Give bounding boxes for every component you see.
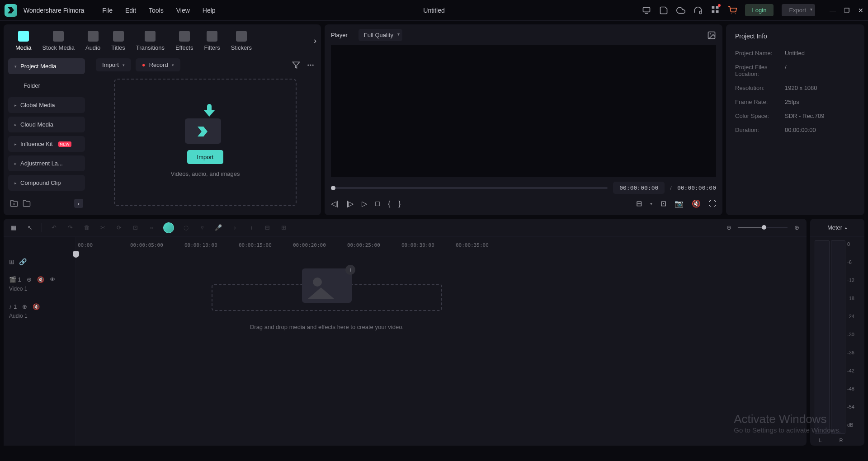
menu-tools[interactable]: Tools bbox=[149, 7, 164, 14]
next-frame-button[interactable]: |▷ bbox=[346, 199, 354, 208]
import-dropdown[interactable]: Import▾ bbox=[96, 58, 131, 71]
monitor-icon[interactable] bbox=[642, 6, 651, 15]
add-track-icon[interactable]: ⊞ bbox=[9, 258, 14, 265]
mic-icon[interactable]: 🎤 bbox=[214, 223, 223, 232]
sidebar-item-cloud-media[interactable]: ▸Cloud Media bbox=[8, 117, 85, 132]
sidebar-item-folder[interactable]: Folder bbox=[8, 78, 85, 94]
visibility-icon[interactable]: 👁 bbox=[50, 276, 56, 283]
cart-icon[interactable] bbox=[728, 6, 737, 15]
menu-view[interactable]: View bbox=[176, 7, 190, 14]
quality-dropdown[interactable]: Full Quality bbox=[359, 29, 402, 41]
volume-icon[interactable]: 🔇 bbox=[692, 199, 701, 208]
tab-filters[interactable]: Filters bbox=[198, 28, 225, 54]
apps-icon[interactable] bbox=[711, 5, 720, 15]
sidebar-item-project-media[interactable]: ▾Project Media bbox=[8, 58, 85, 74]
menu-edit[interactable]: Edit bbox=[125, 7, 136, 14]
tab-stickers[interactable]: Stickers bbox=[226, 28, 257, 54]
crop-button[interactable]: ⊡ bbox=[131, 223, 140, 232]
stop-button[interactable]: □ bbox=[375, 200, 380, 208]
more-tools-button[interactable]: » bbox=[147, 223, 156, 232]
svg-marker-10 bbox=[293, 62, 300, 68]
sidebar-item-label: Compound Clip bbox=[20, 179, 61, 186]
zoom-out-button[interactable]: ⊖ bbox=[724, 223, 733, 232]
playhead-slider[interactable] bbox=[331, 187, 608, 189]
sidebar-item-compound-clip[interactable]: ▸Compound Clip bbox=[8, 175, 85, 191]
current-time[interactable]: 00:00:00:00 bbox=[613, 182, 665, 194]
record-dropdown[interactable]: ●Record▾ bbox=[136, 58, 180, 71]
grid-icon[interactable]: ▦ bbox=[9, 223, 18, 232]
tabs-next-button[interactable]: › bbox=[314, 36, 316, 46]
mark-out-button[interactable]: } bbox=[398, 200, 401, 208]
menu-help[interactable]: Help bbox=[203, 7, 216, 14]
tracks-area[interactable]: + Drag and drop media and effects here t… bbox=[76, 237, 807, 446]
render-icon[interactable]: ◌ bbox=[181, 223, 190, 232]
delete-button[interactable]: 🗑 bbox=[82, 223, 91, 232]
mute-icon[interactable]: 🔇 bbox=[33, 303, 40, 310]
tab-audio[interactable]: Audio bbox=[80, 28, 106, 54]
music-icon[interactable]: ♪ bbox=[230, 223, 239, 232]
close-button[interactable]: ✕ bbox=[858, 7, 863, 14]
display-button[interactable]: ⊡ bbox=[660, 199, 666, 208]
more-icon[interactable] bbox=[307, 61, 315, 69]
snap-button[interactable]: ⊟ bbox=[636, 199, 642, 208]
sidebar-item-global-media[interactable]: ▸Global Media bbox=[8, 97, 85, 113]
ducking-icon[interactable]: ⫞ bbox=[246, 223, 255, 232]
info-val: Untitled bbox=[785, 50, 805, 56]
playhead-handle[interactable] bbox=[73, 251, 79, 258]
play-button[interactable]: ▷ bbox=[362, 199, 367, 208]
fullscreen-button[interactable]: ⛶ bbox=[709, 200, 716, 208]
cursor-icon[interactable]: ↖ bbox=[25, 223, 34, 232]
cloud-icon[interactable] bbox=[676, 6, 685, 15]
audio-track-header[interactable]: ♪ 1 ⊕ 🔇 Audio 1 bbox=[4, 297, 75, 325]
record-label: Record bbox=[149, 61, 168, 68]
import-button[interactable]: Import bbox=[187, 150, 224, 164]
link-icon[interactable]: 🔗 bbox=[19, 258, 27, 265]
zoom-slider[interactable] bbox=[738, 227, 788, 228]
sidebar-item-influence-kit[interactable]: ▸Influence KitNEW bbox=[8, 136, 85, 152]
tab-titles[interactable]: Titles bbox=[106, 28, 131, 54]
save-icon[interactable] bbox=[659, 6, 668, 15]
tab-media[interactable]: Media bbox=[10, 28, 37, 54]
info-val: 00:00:00:00 bbox=[785, 127, 816, 133]
audio-meter-panel: Meter 0-6-12-18-24-30-36-42-48-54dB L R bbox=[810, 219, 864, 446]
minimize-button[interactable]: — bbox=[830, 7, 836, 14]
tab-stock-media[interactable]: Stock Media bbox=[37, 28, 80, 54]
fit-icon[interactable]: ⊞ bbox=[279, 223, 288, 232]
meter-title[interactable]: Meter bbox=[810, 219, 864, 237]
tab-transitions[interactable]: Transitions bbox=[131, 28, 170, 54]
track-add-icon[interactable]: ⊕ bbox=[27, 276, 32, 283]
menu-file[interactable]: File bbox=[102, 7, 113, 14]
prev-frame-button[interactable]: ◁| bbox=[331, 199, 338, 208]
redo-button[interactable]: ↷ bbox=[66, 223, 75, 232]
mark-in-button[interactable]: { bbox=[388, 200, 390, 208]
mute-icon[interactable]: 🔇 bbox=[37, 276, 44, 283]
snap-dropdown[interactable]: ▾ bbox=[650, 201, 652, 206]
export-button[interactable]: Export bbox=[782, 4, 815, 16]
sidebar-collapse-button[interactable]: ‹ bbox=[74, 199, 83, 208]
camera-icon[interactable]: 📷 bbox=[675, 199, 684, 208]
speed-button[interactable]: ⟳ bbox=[114, 223, 123, 232]
track-add-icon[interactable]: ⊕ bbox=[22, 303, 27, 310]
login-button[interactable]: Login bbox=[745, 4, 774, 16]
maximize-button[interactable]: ❐ bbox=[844, 7, 850, 14]
new-folder-icon[interactable] bbox=[10, 199, 18, 207]
video-track-header[interactable]: 🎬 1 ⊕ 🔇 👁 Video 1 bbox=[4, 270, 75, 297]
filters-icon bbox=[207, 31, 217, 42]
avatar-icon[interactable] bbox=[163, 222, 174, 233]
marker-icon[interactable]: ▿ bbox=[198, 223, 207, 232]
svg-point-7 bbox=[735, 13, 736, 14]
meter-bar-right bbox=[831, 240, 846, 434]
folder-icon[interactable] bbox=[23, 199, 31, 207]
snapshot-icon[interactable] bbox=[707, 31, 716, 40]
zoom-in-button[interactable]: ⊕ bbox=[792, 223, 801, 232]
media-panel: Media Stock Media Audio Titles Transitio… bbox=[4, 24, 321, 215]
headset-icon[interactable] bbox=[693, 6, 703, 15]
cut-button[interactable]: ✂ bbox=[98, 223, 107, 232]
import-drop-zone[interactable]: Import Videos, audio, and images bbox=[114, 79, 297, 206]
sidebar-item-adjustment-layer[interactable]: ▸Adjustment La... bbox=[8, 155, 85, 171]
filter-icon[interactable] bbox=[292, 61, 300, 69]
arrow-down-icon bbox=[204, 104, 215, 118]
undo-button[interactable]: ↶ bbox=[49, 223, 58, 232]
split-icon[interactable]: ⊟ bbox=[263, 223, 272, 232]
tab-effects[interactable]: Effects bbox=[170, 28, 199, 54]
